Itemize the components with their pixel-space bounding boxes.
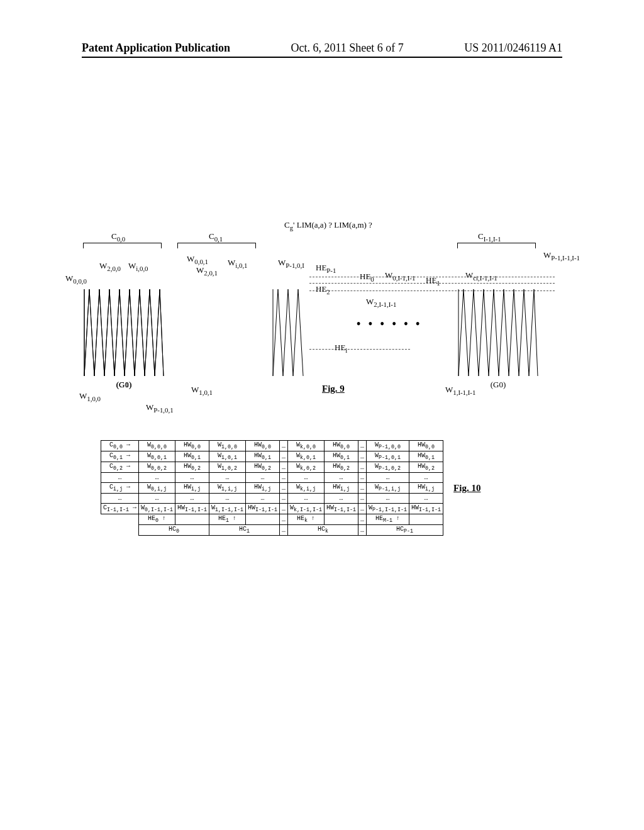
label-cI1: CI-1,I-1 [478,231,501,243]
label-HEP1: HEP-1 [316,263,336,274]
table-cell: W0,0,0 [139,441,175,451]
label-c01: C0,1 [209,231,223,243]
table-cell: HWI-1,I-1 [409,504,443,514]
table-cell: … [280,504,288,514]
table-cell: HWi,j [409,483,443,494]
table-cell: … [367,473,409,483]
page-content: Cg' LIM(a,a) ? LIM(a,m) ? C0,0 C0,1 CI-1… [82,245,562,421]
table-cell: … [139,473,175,483]
table-row: C0,2 →W0,0,2HW0,2W1,0,2HW0,2…Wk,0,2HW0,2… [101,462,443,473]
table-cell: HW0,0 [325,441,358,451]
table-cell: … [175,473,209,483]
table-cell: HWi,j [246,483,280,494]
table-cell: … [325,494,358,504]
label-g0b: (G0) [457,380,539,390]
table-cell-hc: HC0 [139,525,209,536]
table-cell: … [280,451,288,462]
table-cell: WP-1,i,j [367,483,409,494]
table-cell: HW0,0 [175,441,209,451]
table-cell: HW0,0 [409,441,443,451]
label-WiI1: Wci,I-1,I-1 [465,270,497,282]
table-cell-hc: HC1 [209,525,280,536]
table-cell-he: HEM-1 ↑ [367,514,409,525]
bracket-cI1 [457,243,536,248]
label-cg-lim: Cg' LIM(a,a) ? LIM(a,m) ? [284,220,372,231]
table-cell: WP-1,0,2 [367,462,409,473]
table-cell: HW0,1 [246,451,280,462]
table-row: …………………………… [101,494,443,504]
table-cell: … [280,462,288,473]
table-cell: Wk,0,1 [288,451,325,462]
table-cell: … [409,494,443,504]
row-header: … [101,494,139,504]
table-cell: … [280,441,288,451]
wave-group-g0b: (G0) [457,283,539,377]
row-header: CI-1,I-1 → [101,504,139,514]
table-row: …………………………… [101,473,443,483]
figure-9-diagram: Cg' LIM(a,a) ? LIM(a,m) ? C0,0 C0,1 CI-1… [83,245,561,421]
table-cell: … [280,473,288,483]
table-cell: HW0,1 [325,451,358,462]
table-cell: W0,0,2 [139,462,175,473]
table-cell: … [288,494,325,504]
label-W201: W2,0,1 [196,265,218,277]
table-cell: HWI-1,I-1 [175,504,209,514]
row-header: … [101,473,139,483]
label-Wi00: Wi,0,0 [128,261,148,272]
label-Wi01: Wi,0,1 [228,258,248,269]
label-WP1I1: WP-1,I-1,I-1 [543,250,580,262]
table-cell: … [246,473,280,483]
table-cell-he: HE1 ↑ [209,514,246,525]
label-W101: W1,0,1 [191,385,213,396]
table-cell: HW0,2 [409,462,443,473]
table-cell: HW0,2 [246,462,280,473]
table-cell: … [288,473,325,483]
table-cell: HW0,1 [175,451,209,462]
table-cell: … [358,451,367,462]
label-WP10I: WP-1,0,I [278,258,304,269]
table-cell: HWI-1,I-1 [246,504,280,514]
header-left: Patent Application Publication [82,42,230,55]
wave-group-mid [272,283,306,377]
label-c00: C0,0 [111,231,125,243]
table-cell: … [175,494,209,504]
table-cell-he: HEk ↑ [288,514,325,525]
table-cell-he [409,514,443,525]
label-WP101: WP-1,0,1 [146,402,174,414]
table-cell: W1,0,1 [209,451,246,462]
table-row-hc: HC0HC1…HCk…HCP-1 [101,525,443,536]
bracket-c01 [177,243,256,248]
table-cell: HW0,2 [325,462,358,473]
label-W001: W0,0,1 [187,254,208,265]
dash-he-i [309,349,410,350]
label-HE2: HE2 [316,284,330,296]
figure-10-table-wrap: C0,0 →W0,0,0HW0,0W1,0,0HW0,0…Wk,0,0HW0,0… [101,440,480,536]
row-header: C0,2 → [101,462,139,473]
label-W0I1: W0,I-1,I-1 [385,270,415,282]
label-W2I1: W2,I-1,I-1 [366,297,396,308]
table-cell: … [209,494,246,504]
header-center: Oct. 6, 2011 Sheet 6 of 7 [291,42,404,55]
wave-group-g1: (G1) [83,283,165,377]
table-cell: … [358,462,367,473]
table-cell-hc: … [358,525,367,536]
table-cell: … [358,494,367,504]
table-cell: W0,I-1,I-1 [139,504,175,514]
table-row: CI-1,I-1 →W0,I-1,I-1HWI-1,I-1W1,I-1,I-1H… [101,504,443,514]
bracket-c00 [83,243,162,248]
table-cell: … [139,494,175,504]
header-right: US 2011/0246119 A1 [464,42,562,55]
row-header: C0,0 → [101,441,139,451]
blank-cell [101,514,139,525]
table-cell: Wk,0,0 [288,441,325,451]
figure-9-label: Fig. 9 [322,384,345,394]
table-cell: … [280,483,288,494]
table-cell: W1,i,j [209,483,246,494]
table-row-he: HE0 ↑HE1 ↑…HEk ↑…HEM-1 ↑ [101,514,443,525]
table-cell: W0,i,j [139,483,175,494]
table-cell: W1,0,0 [209,441,246,451]
table-cell: HW0,2 [175,462,209,473]
table-cell-hc: HCk [288,525,358,536]
table-cell: … [246,494,280,504]
table-cell-he: … [280,514,288,525]
